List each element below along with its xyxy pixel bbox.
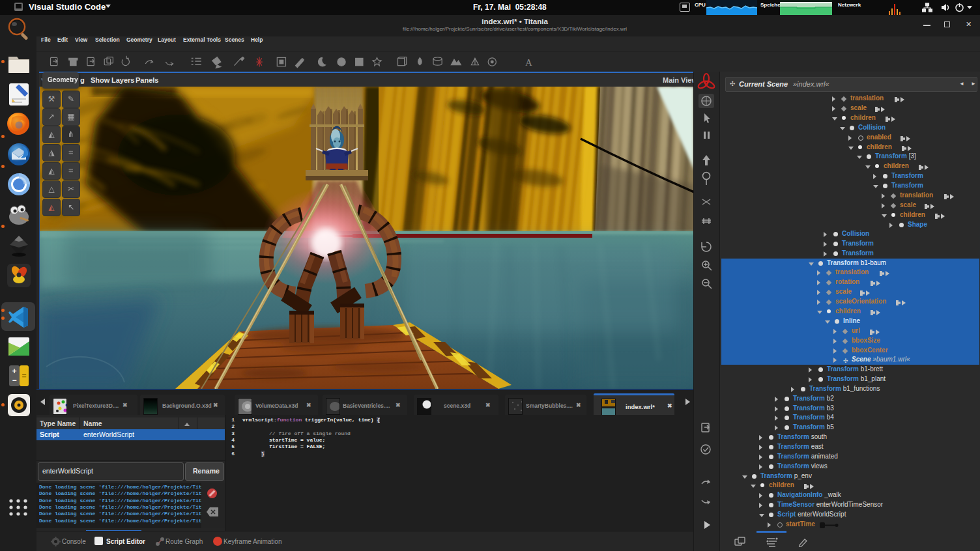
svg-text:=: = bbox=[22, 371, 26, 380]
svg-text:−: − bbox=[12, 376, 16, 385]
svg-text:A: A bbox=[525, 57, 532, 68]
svg-text:+: + bbox=[12, 367, 16, 376]
